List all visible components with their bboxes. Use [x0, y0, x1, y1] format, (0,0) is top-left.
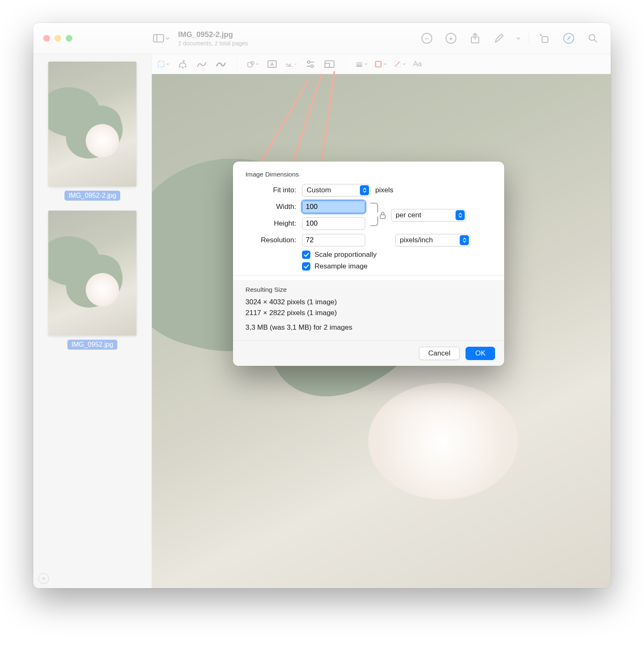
line-style-dropdown[interactable]	[356, 59, 367, 69]
share-button[interactable]	[470, 33, 481, 44]
svg-rect-20	[325, 63, 329, 67]
doc-subtitle: 2 documents, 2 total pages	[178, 40, 248, 47]
instant-alpha-tool[interactable]	[177, 59, 188, 69]
thumbnail-label[interactable]: IMG_0952-2.jpg	[64, 191, 121, 201]
thumbnail-image[interactable]	[48, 62, 136, 186]
resample-image-label: Resample image	[315, 262, 368, 271]
stepper-arrows-icon	[360, 185, 369, 195]
stepper-arrows-icon	[460, 235, 469, 245]
thumbnail-item[interactable]: IMG_0952.jpg	[41, 211, 144, 350]
thumbnail-image[interactable]	[48, 211, 136, 335]
fullscreen-window-button[interactable]	[66, 35, 72, 42]
svg-rect-24	[376, 61, 381, 67]
height-input[interactable]	[302, 217, 365, 230]
search-button[interactable]	[587, 33, 598, 44]
add-page-button[interactable]: +	[38, 573, 49, 584]
resolution-label: Resolution:	[245, 236, 296, 244]
sketch-tool[interactable]	[196, 59, 208, 69]
shapes-dropdown[interactable]	[247, 59, 259, 69]
resulting-size-section: Resulting Size 3024 × 4032 pixels (1 ima…	[233, 280, 504, 340]
section-header: Image Dimensions	[245, 171, 492, 178]
scale-proportionally-label: Scale proportionally	[315, 251, 376, 259]
fill-color-dropdown[interactable]	[394, 59, 406, 69]
resolution-unit-value: pixels/inch	[400, 236, 433, 244]
wh-unit-value: per cent	[396, 211, 421, 219]
markup-button[interactable]	[494, 33, 505, 44]
markup-toolbar: A	[152, 54, 611, 74]
sidebar-view-dropdown[interactable]	[153, 34, 170, 42]
zoom-out-button[interactable]: −	[421, 33, 432, 44]
selection-tool-dropdown[interactable]	[158, 59, 169, 69]
svg-point-16	[307, 61, 310, 63]
close-window-button[interactable]	[43, 35, 50, 42]
sign-tool-dropdown[interactable]	[285, 59, 297, 69]
font-style-dropdown[interactable]: Aa	[413, 59, 425, 69]
width-input[interactable]	[302, 201, 365, 213]
svg-point-8	[182, 67, 183, 68]
fit-into-unit: pixels	[375, 186, 393, 194]
result-line: 3,3 MB (was 3,1 MB) for 2 images	[245, 322, 492, 333]
stepper-arrows-icon	[456, 210, 465, 220]
minimize-window-button[interactable]	[54, 35, 61, 42]
titlebar: IMG_0952-2.jpg 2 documents, 2 total page…	[33, 23, 611, 54]
svg-rect-3	[542, 37, 548, 42]
proportional-bracket-icon	[368, 201, 380, 228]
svg-rect-27	[380, 215, 385, 219]
stroke-color-dropdown[interactable]	[375, 59, 386, 69]
adjust-size-dialog: Image Dimensions Fit into: Custom pixels…	[233, 162, 504, 366]
window-controls	[39, 35, 147, 42]
width-label: Width:	[245, 203, 296, 211]
adjust-size-tool[interactable]	[324, 59, 335, 69]
result-line: 2117 × 2822 pixels (1 image)	[245, 308, 492, 318]
height-label: Height:	[245, 219, 296, 228]
resolution-input[interactable]	[302, 234, 365, 246]
svg-text:A: A	[270, 62, 274, 67]
thumbnail-label[interactable]: IMG_0952.jpg	[67, 340, 118, 350]
resolution-unit-select[interactable]: pixels/inch	[395, 234, 470, 246]
svg-rect-10	[248, 62, 253, 67]
cancel-button[interactable]: Cancel	[419, 347, 460, 360]
scale-proportionally-checkbox[interactable]	[302, 251, 310, 259]
resample-image-checkbox[interactable]	[302, 262, 310, 271]
filename: IMG_0952-2.jpg	[178, 30, 248, 39]
svg-point-18	[311, 65, 313, 67]
adjust-color-tool[interactable]	[305, 59, 316, 69]
zoom-in-button[interactable]: +	[446, 33, 456, 44]
thumbnail-sidebar: IMG_0952-2.jpg IMG_0952.jpg +	[33, 54, 152, 588]
fit-into-value: Custom	[307, 186, 331, 194]
document-title: IMG_0952-2.jpg 2 documents, 2 total page…	[178, 30, 248, 47]
svg-line-5	[594, 40, 597, 42]
svg-point-9	[185, 66, 186, 67]
ok-button[interactable]: OK	[466, 347, 495, 360]
result-line: 3024 × 4032 pixels (1 image)	[245, 297, 492, 308]
svg-rect-0	[154, 35, 163, 42]
rotate-button[interactable]	[539, 33, 550, 44]
markup-dropdown[interactable]	[513, 33, 524, 44]
svg-point-7	[179, 66, 181, 67]
fit-into-select[interactable]: Custom	[302, 184, 370, 196]
thumbnail-item[interactable]: IMG_0952-2.jpg	[41, 62, 144, 201]
svg-rect-6	[159, 61, 164, 67]
resulting-size-header: Resulting Size	[245, 286, 492, 293]
wh-unit-select[interactable]: per cent	[391, 209, 466, 221]
edit-mode-button[interactable]	[563, 33, 574, 44]
text-tool[interactable]: A	[266, 59, 278, 69]
draw-tool[interactable]	[215, 59, 227, 69]
fit-into-label: Fit into:	[245, 186, 296, 194]
